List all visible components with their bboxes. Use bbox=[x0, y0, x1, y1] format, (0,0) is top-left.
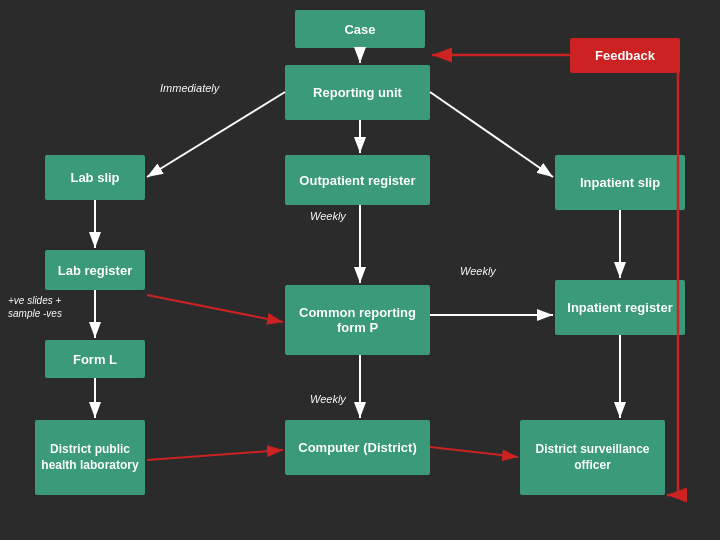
inpatient-slip-label: Inpatient slip bbox=[580, 175, 660, 190]
immediately-label: Immediately bbox=[160, 82, 219, 94]
svg-line-21 bbox=[147, 450, 283, 460]
common-reporting-form-box: Common reporting form P bbox=[285, 285, 430, 355]
outpatient-register-label: Outpatient register bbox=[299, 173, 415, 188]
lab-register-box: Lab register bbox=[45, 250, 145, 290]
svg-line-20 bbox=[430, 447, 518, 457]
lab-slip-label: Lab slip bbox=[70, 170, 119, 185]
weekly1-label: Weekly bbox=[310, 210, 346, 222]
computer-district-label: Computer (District) bbox=[298, 440, 416, 455]
feedback-box: Feedback bbox=[570, 38, 680, 73]
inpatient-register-box: Inpatient register bbox=[555, 280, 685, 335]
case-box: Case bbox=[295, 10, 425, 48]
reporting-unit-box: Reporting unit bbox=[285, 65, 430, 120]
inpatient-register-label: Inpatient register bbox=[567, 300, 672, 315]
weekly3-label: Weekly bbox=[310, 393, 346, 405]
district-public-health-lab-label: District public health laboratory bbox=[35, 442, 145, 473]
plus-ve-label: +ve slides + bbox=[8, 295, 61, 306]
lab-slip-box: Lab slip bbox=[45, 155, 145, 200]
district-public-health-lab-box: District public health laboratory bbox=[35, 420, 145, 495]
computer-district-box: Computer (District) bbox=[285, 420, 430, 475]
feedback-label: Feedback bbox=[595, 48, 655, 63]
svg-line-5 bbox=[147, 92, 285, 177]
district-surveillance-officer-label: District surveillance officer bbox=[520, 442, 665, 473]
sample-ves-label: sample -ves bbox=[8, 308, 62, 319]
outpatient-register-box: Outpatient register bbox=[285, 155, 430, 205]
form-l-box: Form L bbox=[45, 340, 145, 378]
reporting-unit-label: Reporting unit bbox=[313, 85, 402, 100]
svg-line-6 bbox=[430, 92, 553, 177]
weekly2-label: Weekly bbox=[460, 265, 496, 277]
inpatient-slip-box: Inpatient slip bbox=[555, 155, 685, 210]
case-label: Case bbox=[344, 22, 375, 37]
district-surveillance-officer-box: District surveillance officer bbox=[520, 420, 665, 495]
lab-register-label: Lab register bbox=[58, 263, 132, 278]
form-l-label: Form L bbox=[73, 352, 117, 367]
common-reporting-form-label: Common reporting form P bbox=[285, 305, 430, 335]
svg-line-15 bbox=[147, 295, 283, 322]
